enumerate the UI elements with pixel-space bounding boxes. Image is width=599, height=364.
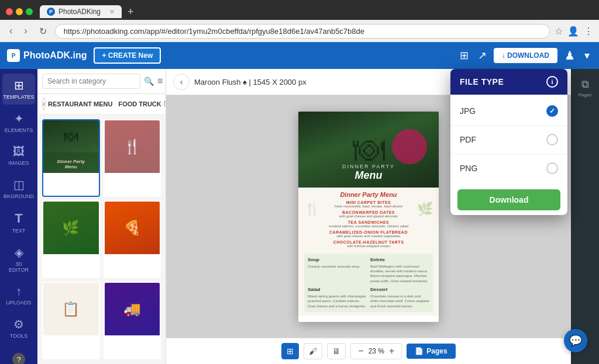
sidebar-item-images[interactable]: 🖼 IMAGES: [2, 140, 35, 171]
template-thumb-3: 🌿: [43, 202, 99, 254]
close-window-button[interactable]: [6, 8, 13, 15]
left-sidebar: ⊞ TEMPLATES ✦ ELEMENTS 🖼 IMAGES ◫ BKGROU…: [0, 69, 37, 364]
menu-col-entree: Entrée Beef Wellington with mushroom dux…: [370, 257, 429, 284]
minimize-window-button[interactable]: [16, 8, 23, 15]
tools-icon: ⚙: [13, 317, 24, 331]
text-icon: T: [15, 211, 22, 226]
col-text-entree: Beef Wellington with mushroom duxelles, …: [370, 264, 429, 284]
canvas-prev-button[interactable]: ‹: [173, 74, 190, 90]
right-panel-pages[interactable]: ⧉ Pages: [576, 74, 594, 102]
template-thumb-1: Dinner PartyMenu 🍽: [43, 120, 99, 173]
bookmark-icon[interactable]: ☆: [555, 26, 563, 37]
col-text-dessert: Chocolate mousse in a dark and white cho…: [370, 294, 429, 308]
sidebar-item-tools[interactable]: ⚙ TOOLS: [2, 313, 35, 344]
tab-close-button[interactable]: ✕: [109, 8, 115, 16]
col-title-entree: Entrée: [370, 257, 429, 262]
traffic-lights: [6, 8, 33, 15]
search-input[interactable]: [42, 74, 140, 89]
pdf-label: PDF: [460, 135, 476, 144]
template-item[interactable]: 🌿: [42, 200, 100, 278]
chess-button[interactable]: ♟: [562, 46, 577, 65]
file-type-header: FILE TYPE i: [450, 69, 567, 95]
menu-main-title: Dinner Party Menu: [304, 191, 433, 198]
sidebar-item-elements[interactable]: ✦ ELEMENTS: [2, 107, 35, 138]
sidebar-item-templates[interactable]: ⊞ TEMPLATES: [2, 74, 35, 105]
file-type-option-jpg[interactable]: JPG: [450, 99, 567, 123]
pdf-radio[interactable]: [546, 134, 558, 145]
template-thumb-2: 🍴: [105, 120, 160, 173]
template-item[interactable]: Dinner PartyMenu 🍽: [42, 119, 100, 197]
background-icon: ◫: [13, 178, 25, 192]
col-text-salad: Mixed spring greens with champagne poach…: [308, 294, 367, 308]
template-item[interactable]: 📋: [42, 282, 100, 359]
filter-icon[interactable]: ≡: [157, 76, 163, 86]
pages-button[interactable]: 📄 Pages: [407, 344, 455, 359]
sidebar-label-templates: TEMPLATES: [4, 94, 35, 100]
menu-item-desc: with goat cheese and roasted vegetables: [325, 234, 412, 238]
tab-favicon: P: [47, 8, 55, 16]
active-tab[interactable]: P PhotoADKing ✕: [40, 5, 122, 18]
menu-col-salad: Salad Mixed spring greens with champagne…: [308, 287, 367, 308]
menu-item-name: BACONWARPED DATES: [325, 210, 412, 214]
grid-icon-button[interactable]: ⊞: [457, 47, 471, 64]
divider-2: [450, 154, 567, 154]
template-thumb-5: 📋: [43, 283, 99, 335]
sidebar-item-background[interactable]: ◫ BKGROUND: [2, 173, 35, 204]
sidebar-item-how-to[interactable]: ? How-To Guide: [2, 348, 35, 364]
grid-tool-button[interactable]: ⊞: [281, 343, 299, 359]
new-tab-button[interactable]: +: [124, 6, 137, 18]
pages-panel-label: Pages: [579, 92, 592, 98]
menu-icon[interactable]: ⋮: [584, 26, 593, 37]
template-item[interactable]: 🍕: [104, 200, 161, 278]
template-nav-prev[interactable]: ‹: [42, 98, 46, 110]
jpg-radio[interactable]: [546, 105, 558, 117]
file-type-option-png[interactable]: PNG: [450, 157, 567, 180]
file-type-info-icon[interactable]: i: [546, 76, 558, 88]
menu-item: BACONWARPED DATES with goat cheese and g…: [325, 210, 412, 218]
search-icon: 🔍: [144, 77, 154, 86]
sidebar-item-uploads[interactable]: ↑ UPLOADS: [2, 280, 35, 310]
menu-item: MINI CARPET BITES fresh mozzarella, basi…: [325, 200, 412, 208]
back-button[interactable]: ‹: [6, 25, 16, 37]
zoom-in-button[interactable]: +: [387, 346, 397, 356]
col-title-salad: Salad: [308, 287, 367, 292]
menu-cols-grid: Soup Creamy cucumber avocado soup. Entré…: [308, 257, 429, 309]
template-nav: ‹ RESTAURANT MENU FOOD TRUCK ⇱: [37, 94, 166, 115]
png-radio[interactable]: [546, 162, 558, 174]
address-bar[interactable]: [55, 24, 550, 39]
download-action-button[interactable]: Download: [457, 189, 560, 210]
canvas-title: Maroon Flush ♠ | 1545 X 2000 px: [194, 78, 307, 86]
chevron-down-icon[interactable]: ▾: [582, 47, 592, 64]
download-button-top[interactable]: ↓ DOWNLOAD: [494, 48, 557, 63]
right-panel: ⧉ Pages: [571, 69, 599, 364]
divider-1: [450, 125, 567, 126]
create-new-button[interactable]: + CREATE New: [94, 47, 161, 64]
panel-search-bar: 🔍 ≡: [37, 69, 166, 94]
template-item[interactable]: 🚚: [104, 282, 161, 359]
monitor-tool-button[interactable]: 🖥: [327, 343, 346, 359]
maximize-window-button[interactable]: [26, 8, 33, 15]
forward-button[interactable]: ›: [20, 25, 30, 37]
paint-tool-button[interactable]: 🖌: [304, 343, 322, 359]
sidebar-item-text[interactable]: T TEXT: [2, 206, 35, 238]
chat-bubble-button[interactable]: 💬: [564, 329, 587, 352]
pages-icon: 📄: [415, 347, 424, 355]
menu-item-desc: smoked salmon, cucumber-avocado, chicken…: [325, 224, 412, 228]
template-tag-2[interactable]: FOOD TRUCK: [118, 100, 161, 108]
zoom-out-button[interactable]: −: [356, 346, 366, 356]
menu-item-desc: with Kahlúa-whipped cream: [325, 244, 412, 248]
uploads-icon: ↑: [16, 285, 22, 298]
menu-item: TEA SANDWICHES smoked salmon, cucumber-a…: [325, 220, 412, 228]
account-icon[interactable]: 👤: [567, 26, 579, 37]
template-tag-1[interactable]: RESTAURANT MENU: [48, 100, 112, 108]
refresh-button[interactable]: ↻: [36, 25, 50, 38]
elements-icon: ✦: [14, 112, 24, 126]
file-type-option-pdf[interactable]: PDF: [450, 128, 567, 151]
pages-label: Pages: [426, 347, 447, 355]
template-item[interactable]: 🍴: [104, 119, 161, 197]
share-icon-button[interactable]: ↗: [476, 47, 489, 64]
menu-item-name: CARAMELIZED-ONION FLATBREAD: [325, 230, 412, 234]
menu-columns-section: Soup Creamy cucumber avocado soup. Entré…: [304, 254, 433, 313]
sidebar-item-3d-editor[interactable]: ◈ 3D EDITOR: [2, 241, 35, 278]
logo-icon: P: [7, 49, 20, 62]
